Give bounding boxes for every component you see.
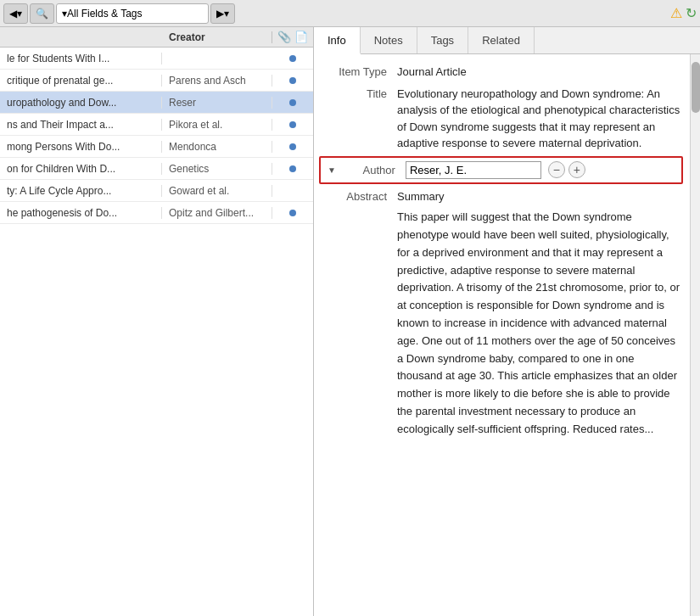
toolbar: ◀ ▾ 🔍 ▾ All Fields & Tags ▶ ▾ ⚠ ↻	[0, 0, 700, 27]
forward-dropdown-icon: ▾	[224, 8, 229, 20]
search-box[interactable]: ▾ All Fields & Tags	[56, 3, 209, 24]
list-item[interactable]: ns and Their Impact a... Pikora et al.	[0, 114, 313, 136]
note-icon: 📄	[294, 31, 308, 43]
blue-dot	[289, 99, 296, 106]
item-list: le for Students With I... critique of pr…	[0, 48, 313, 616]
item-title: uropathology and Dow...	[0, 97, 162, 109]
item-type-value: Journal Article	[397, 64, 681, 81]
list-item[interactable]: critique of prenatal ge... Parens and As…	[0, 70, 313, 92]
tab-bar: Info Notes Tags Related	[314, 27, 700, 54]
item-creator: Pikora et al.	[162, 119, 272, 131]
item-dot	[272, 99, 313, 106]
blue-dot	[289, 210, 296, 216]
item-dot	[272, 121, 313, 128]
author-label: Author	[341, 164, 406, 176]
author-input[interactable]	[406, 161, 541, 179]
abstract-label: Abstract	[321, 188, 397, 203]
magnifier-icon: 🔍	[36, 8, 48, 20]
back-button[interactable]: ◀ ▾	[3, 3, 28, 24]
item-creator: Mendonca	[162, 141, 272, 153]
author-actions: − +	[548, 161, 585, 178]
toolbar-right: ⚠ ↻	[670, 5, 697, 21]
expand-icon[interactable]: ▼	[328, 165, 336, 175]
tab-notes[interactable]: Notes	[361, 27, 417, 53]
refresh-icon[interactable]: ↻	[686, 5, 697, 21]
add-author-button[interactable]: +	[568, 161, 585, 178]
remove-author-button[interactable]: −	[548, 161, 565, 178]
icons-column-header: 📎 📄	[272, 31, 313, 43]
author-row: ▼ Author − +	[319, 156, 683, 184]
item-title: ty: A Life Cycle Appro...	[0, 185, 162, 197]
item-dot	[272, 210, 313, 216]
list-item[interactable]: on for Children With D... Genetics	[0, 158, 313, 180]
back-icon: ◀	[9, 8, 17, 20]
item-dot	[272, 55, 313, 62]
title-value: Evolutionary neuropathology and Down syn…	[397, 86, 681, 152]
list-item-selected[interactable]: uropathology and Dow... Reser	[0, 92, 313, 114]
list-item[interactable]: le for Students With I...	[0, 48, 313, 70]
abstract-value: Summary This paper will suggest that the…	[397, 188, 681, 439]
tab-tags[interactable]: Tags	[417, 27, 468, 53]
abstract-text: This paper will suggest that the Down sy…	[397, 209, 681, 438]
item-creator: Parens and Asch	[162, 75, 272, 87]
item-dot	[272, 165, 313, 172]
item-type-row: Item Type Journal Article	[314, 61, 688, 83]
list-item[interactable]: mong Persons With Do... Mendonca	[0, 136, 313, 158]
right-panel: Info Notes Tags Related Item Type Journa…	[314, 27, 700, 616]
tab-info[interactable]: Info	[314, 27, 361, 54]
item-title: le for Students With I...	[0, 53, 162, 64]
item-title: mong Persons With Do...	[0, 141, 162, 153]
item-type-label: Item Type	[321, 64, 397, 78]
blue-dot	[289, 55, 296, 62]
title-label: Title	[321, 86, 397, 100]
blue-dot	[289, 121, 296, 128]
item-creator: Genetics	[162, 163, 272, 175]
search-label: All Fields & Tags	[67, 8, 142, 20]
blue-dot	[289, 143, 296, 150]
item-creator: Goward et al.	[162, 185, 272, 197]
list-item[interactable]: he pathogenesis of Do... Opitz and Gilbe…	[0, 202, 313, 224]
creator-column-header: Creator	[162, 31, 272, 43]
title-row: Title Evolutionary neuropathology and Do…	[314, 83, 688, 154]
warning-icon: ⚠	[670, 5, 682, 21]
blue-dot	[289, 165, 296, 172]
left-panel: Creator 📎 📄 le for Students With I... cr…	[0, 27, 314, 616]
blue-dot	[289, 77, 296, 84]
abstract-summary: Summary	[397, 188, 681, 206]
search-icon-button[interactable]: 🔍	[30, 3, 54, 24]
item-title: on for Children With D...	[0, 163, 162, 175]
main-area: Creator 📎 📄 le for Students With I... cr…	[0, 27, 700, 616]
item-title: he pathogenesis of Do...	[0, 207, 162, 219]
item-title: ns and Their Impact a...	[0, 119, 162, 131]
item-title: critique of prenatal ge...	[0, 75, 162, 87]
scrollbar[interactable]	[690, 54, 700, 616]
list-header: Creator 📎 📄	[0, 27, 313, 48]
item-creator: Opitz and Gilbert...	[162, 207, 272, 219]
list-item[interactable]: ty: A Life Cycle Appro... Goward et al.	[0, 180, 313, 202]
item-dot	[272, 77, 313, 84]
abstract-row: Abstract Summary This paper will suggest…	[314, 186, 688, 441]
item-dot	[272, 143, 313, 150]
forward-button[interactable]: ▶ ▾	[210, 3, 235, 24]
item-creator: Reser	[162, 97, 272, 109]
tab-related[interactable]: Related	[468, 27, 535, 53]
attachment-icon: 📎	[277, 31, 291, 43]
info-content: Item Type Journal Article Title Evolutio…	[314, 54, 700, 616]
scroll-thumb[interactable]	[692, 62, 700, 113]
dropdown-arrow: ▾	[17, 8, 22, 20]
forward-icon: ▶	[216, 8, 224, 20]
